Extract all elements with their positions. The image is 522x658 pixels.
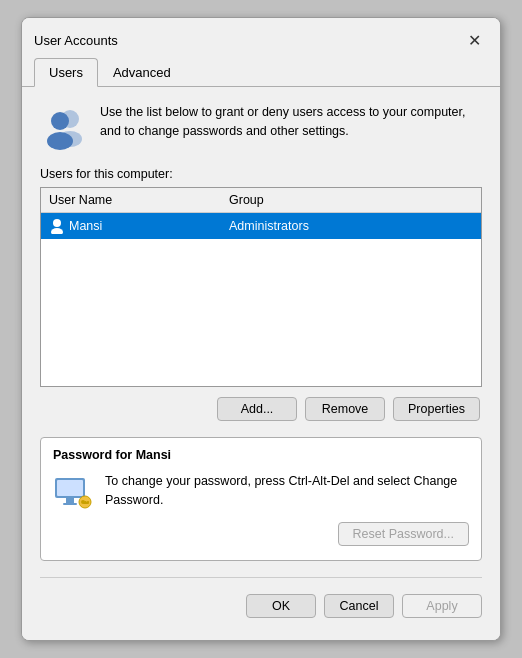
svg-rect-7 — [57, 480, 83, 496]
cancel-button[interactable]: Cancel — [324, 594, 394, 618]
svg-point-4 — [53, 219, 61, 227]
password-section: Password for Mansi To chan — [40, 437, 482, 561]
svg-rect-12 — [87, 501, 89, 503]
reset-password-button[interactable]: Reset Password... — [338, 522, 469, 546]
list-header: User Name Group — [41, 188, 481, 213]
table-row[interactable]: Mansi Administrators — [41, 213, 481, 239]
ok-button[interactable]: OK — [246, 594, 316, 618]
tab-users[interactable]: Users — [34, 58, 98, 87]
footer-divider — [40, 577, 482, 578]
add-button[interactable]: Add... — [217, 397, 297, 421]
password-text: To change your password, press Ctrl-Alt-… — [105, 472, 469, 510]
intro-section: Use the list below to grant or deny user… — [40, 103, 482, 151]
svg-rect-9 — [63, 503, 77, 505]
svg-point-3 — [47, 132, 73, 150]
tab-advanced[interactable]: Advanced — [98, 58, 186, 87]
cell-group: Administrators — [221, 217, 317, 235]
svg-point-5 — [51, 228, 63, 234]
tab-bar: Users Advanced — [22, 58, 500, 87]
svg-point-2 — [51, 112, 69, 130]
title-bar: User Accounts ✕ — [22, 18, 500, 58]
password-title: Password for Mansi — [53, 448, 469, 462]
apply-button[interactable]: Apply — [402, 594, 482, 618]
row-user-icon — [49, 218, 65, 234]
password-icon — [53, 472, 93, 512]
window-title: User Accounts — [34, 33, 118, 48]
tab-content: Use the list below to grant or deny user… — [22, 87, 500, 640]
svg-rect-8 — [66, 498, 74, 503]
col-group: Group — [221, 191, 272, 209]
footer-buttons: OK Cancel Apply — [40, 590, 482, 624]
user-action-buttons: Add... Remove Properties — [40, 397, 482, 421]
intro-text: Use the list below to grant or deny user… — [100, 103, 482, 141]
properties-button[interactable]: Properties — [393, 397, 480, 421]
cell-username: Mansi — [41, 216, 221, 236]
users-icon — [40, 103, 88, 151]
users-section-label: Users for this computer: — [40, 167, 482, 181]
col-username: User Name — [41, 191, 221, 209]
remove-button[interactable]: Remove — [305, 397, 385, 421]
user-list: User Name Group Mansi Administrators — [40, 187, 482, 387]
password-content: To change your password, press Ctrl-Alt-… — [53, 472, 469, 512]
svg-point-14 — [81, 500, 85, 504]
main-window: User Accounts ✕ Users Advanced Use the l… — [21, 17, 501, 641]
close-button[interactable]: ✕ — [460, 26, 488, 54]
reset-button-row: Reset Password... — [53, 522, 469, 546]
